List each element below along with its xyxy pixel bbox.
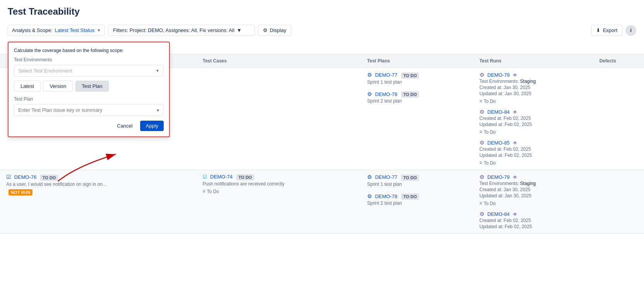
testrun-updated-5: Updated at: Feb 02, 2025: [480, 224, 587, 229]
export-label: Export: [603, 27, 617, 33]
plan-input-wrapper: ▼: [14, 104, 164, 116]
testcase-icon-2: ☑: [203, 174, 207, 180]
eye-icon-3[interactable]: 👁: [513, 140, 517, 146]
scope-tab-testplan[interactable]: Test Plan: [75, 81, 109, 92]
env-placeholder: Select Test Environment: [18, 68, 72, 74]
panel-actions: Cancel Apply: [14, 121, 164, 131]
apply-button[interactable]: Apply: [140, 121, 164, 131]
testplan-entry-1: ⚙ DEMO-77 TO DO Sprint 1 test plan: [367, 72, 467, 85]
testrun-updated-1: Updated at: Jan 30, 2025: [480, 91, 587, 96]
testrun-entry-5: ⚙ DEMO-84 👁 Created at: Feb 02, 2025 Upd…: [480, 211, 587, 229]
run-status-icon-3: ≡: [480, 160, 482, 165]
testrun-status-row-1: ≡ To Do: [480, 98, 587, 104]
testrun-icon-5: ⚙: [480, 211, 485, 217]
testplan-entry-2: ⚙ DEMO-78 TO DO Sprint 2 test plan: [367, 91, 467, 104]
testrun-icon-3: ⚙: [480, 140, 485, 146]
info-button[interactable]: i: [625, 25, 636, 36]
testcase-run-status-2: To Do: [207, 189, 219, 194]
story-link-demo76[interactable]: DEMO-76: [14, 174, 37, 180]
testrun-link-demo85-1[interactable]: DEMO-85: [487, 140, 510, 146]
filters-dropdown[interactable]: Filters: Project: DEMO, Assignees: All, …: [108, 25, 255, 36]
testcase-cell-1: [197, 68, 361, 170]
col-header-testplans: Test Plans: [361, 54, 473, 68]
export-icon: ⬇: [596, 27, 600, 33]
testplans-cell-1: ⚙ DEMO-77 TO DO Sprint 1 test plan ⚙ DEM…: [361, 68, 473, 170]
testrun-link-demo84-1[interactable]: DEMO-84: [487, 109, 510, 115]
export-button[interactable]: ⬇ Export: [591, 25, 622, 36]
testrun-created-1: Created at: Jan 30, 2025: [480, 85, 587, 90]
testrun-entry-1: ⚙ DEMO-79 👁 Test Environments: Staging C…: [480, 72, 587, 104]
testplan-name-2: Sprint 2 test plan: [367, 98, 467, 104]
testrun-row-1: ⚙ DEMO-79 👁: [480, 72, 587, 78]
col-header-defects: Defects: [593, 54, 644, 68]
testplan-entry-3: ⚙ DEMO-77 TO DO Sprint 1 test plan: [367, 174, 467, 187]
eye-icon-2[interactable]: 👁: [513, 109, 517, 115]
cancel-button[interactable]: Cancel: [112, 121, 137, 131]
testplan-row-4: ⚙ DEMO-78 TO DO: [367, 193, 467, 200]
plan-label: Test Plan: [14, 96, 164, 102]
env-label: Test Environments: [14, 57, 164, 62]
display-icon: ⚙: [263, 27, 268, 33]
testplan-link-demo78-2[interactable]: DEMO-78: [375, 194, 397, 199]
testrun-link-demo79-1[interactable]: DEMO-79: [487, 72, 510, 78]
display-button[interactable]: ⚙ Display: [258, 25, 291, 36]
run-status-icon-4: ≡: [480, 200, 482, 206]
not-run-status: NOT RUN: [8, 189, 32, 195]
run-status-icon-2: ≡: [480, 129, 482, 135]
scope-tab-latest[interactable]: Latest: [14, 81, 41, 92]
testrun-env-4: Test Environments: Staging: [480, 181, 587, 186]
testrun-created-5: Created at: Feb 02, 2025: [480, 218, 587, 223]
story-cell-2: ☑ DEMO-76 TO DO As a user, I would see n…: [0, 170, 197, 234]
testrun-status-4: To Do: [484, 201, 496, 206]
testrun-updated-2: Updated at: Feb 02, 2025: [480, 122, 587, 127]
eye-icon-5[interactable]: 👁: [513, 212, 517, 217]
testplan-link-demo77-2[interactable]: DEMO-77: [375, 174, 397, 180]
testrun-status-row-4: ≡ To Do: [480, 200, 587, 206]
analysis-scope-dropdown[interactable]: Analysis & Scope: Latest Test Status ▼: [8, 25, 105, 36]
info-icon: i: [630, 27, 632, 33]
testcase-run-status-row-2: ≡ To Do: [203, 188, 355, 194]
testplans-cell-2: ⚙ DEMO-77 TO DO Sprint 1 test plan ⚙ DEM…: [361, 170, 473, 234]
testrun-icon-1: ⚙: [480, 72, 485, 78]
testruns-cell-1: ⚙ DEMO-79 👁 Test Environments: Staging C…: [473, 68, 593, 170]
testrun-link-demo79-2[interactable]: DEMO-79: [487, 174, 510, 180]
testrun-updated-4: Updated at: Jan 30, 2025: [480, 193, 587, 199]
testplan-name-1: Sprint 1 test plan: [367, 79, 467, 85]
page-title: Test Traceability: [8, 6, 636, 17]
scope-tabs: Latest Version Test Plan: [14, 81, 164, 92]
defects-cell-2: [593, 170, 644, 234]
testcase-row-2: ☑ DEMO-74 TO DO: [203, 174, 355, 180]
testrun-status-2: To Do: [484, 130, 496, 135]
testplan-name-3: Sprint 1 test plan: [367, 182, 467, 187]
story-status-2: TO DO: [40, 175, 58, 181]
table-row: ☑ DEMO-76 TO DO As a user, I would see n…: [0, 170, 644, 234]
testplan-link-demo77-1[interactable]: DEMO-77: [375, 72, 397, 78]
testcase-cell-2: ☑ DEMO-74 TO DO Push notifications are r…: [197, 170, 361, 234]
testrun-created-4: Created at: Jan 30, 2025: [480, 187, 587, 192]
tc-run-icon-2: ≡: [203, 189, 205, 194]
story-desc-2: As a user, I would see notification on s…: [6, 182, 190, 187]
scope-tab-version[interactable]: Version: [43, 81, 73, 92]
plan-input[interactable]: [14, 104, 164, 116]
testrun-link-demo84-2[interactable]: DEMO-84: [487, 211, 510, 217]
testrun-updated-3: Updated at: Feb 02, 2025: [480, 153, 587, 158]
testrun-entry-4: ⚙ DEMO-79 👁 Test Environments: Staging C…: [480, 174, 587, 206]
testcase-desc-2: Push notifications are received correctl…: [203, 181, 355, 187]
testrun-row-2: ⚙ DEMO-84 👁: [480, 109, 587, 115]
testplan-status-1: TO DO: [401, 72, 419, 79]
analysis-chevron-icon: ▼: [97, 28, 101, 32]
story-icon-2: ☑: [6, 174, 11, 180]
toolbar-right: ⬇ Export i: [591, 25, 636, 36]
testplan-row-1: ⚙ DEMO-77 TO DO: [367, 72, 467, 79]
testrun-status-1: To Do: [484, 99, 496, 104]
not-run-badge: NOT RUN: [6, 189, 190, 196]
eye-icon-4[interactable]: 👁: [513, 175, 517, 180]
env-chevron-icon: ▼: [156, 69, 159, 73]
filters-label: Filters: Project: DEMO, Assignees: All, …: [113, 27, 234, 33]
eye-icon-1[interactable]: 👁: [513, 72, 517, 78]
testcase-link-demo74[interactable]: DEMO-74: [210, 174, 232, 180]
testrun-status-row-2: ≡ To Do: [480, 129, 587, 135]
testplan-icon-1: ⚙: [367, 72, 372, 78]
testplan-link-demo78-1[interactable]: DEMO-78: [375, 91, 397, 97]
env-select[interactable]: Select Test Environment ▼: [14, 65, 164, 77]
